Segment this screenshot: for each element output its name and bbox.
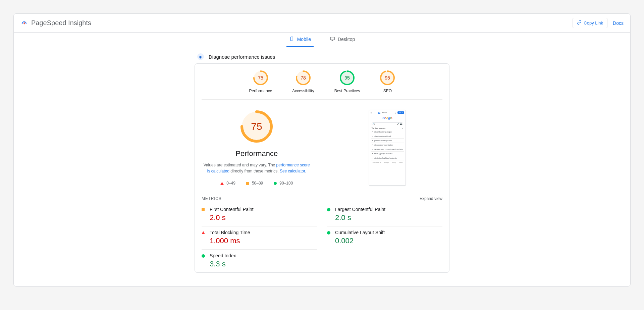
trend-item: ↗brian laundys notebook [371,134,404,139]
trend-item: ↗micropebble water bottles [371,143,404,147]
square-icon [202,208,210,211]
hamburger-icon: ≡ [371,112,372,114]
performance-summary: 75 Performance Values are estimated and … [195,110,319,186]
circle-icon [274,182,277,185]
trending-icon: ↗ [372,148,373,150]
mic-icon: 🎤 [397,123,399,125]
device-tabs: Mobile Desktop [14,33,630,47]
gauge-label: Accessibility [292,89,314,93]
divider [322,136,322,159]
expand-view-toggle[interactable]: Expand view [420,196,442,201]
gauge-performance[interactable]: 75 Performance [249,70,272,93]
gauge-seo[interactable]: 95 SEO [380,70,395,93]
tab-mobile-label: Mobile [297,37,311,42]
top-bar: PageSpeed Insights Copy Link Docs [14,14,630,33]
trending-icon: ↗ [372,153,373,155]
gauge-svg: 75 [253,70,268,85]
google-logo: Google [371,116,404,120]
big-gauge: 75 [240,110,273,143]
tab-desktop[interactable]: Desktop [327,33,358,47]
svg-text:95: 95 [344,75,350,81]
gauge-label: Performance [249,89,272,93]
trending-icon: ↗ [372,157,373,159]
copy-link-label: Copy Link [584,20,603,25]
metrics-header: METRICS Expand view [195,192,449,203]
metric-tbt[interactable]: Total Blocking Time 1,000 ms [202,226,317,249]
svg-text:95: 95 [385,75,390,81]
metric-si[interactable]: Speed Index 3.3 s [202,249,317,272]
content: ◉ Diagnose performance issues 75 Perform… [195,47,449,286]
metrics-grid: First Contentful Paint 2.0 s Largest Con… [195,203,449,272]
gauge-svg: 78 [296,70,311,85]
tab-desktop-label: Desktop [338,37,355,42]
trend-item: ↗blizzard warning oregon [371,130,404,134]
performance-description: Values are estimated and may vary. The p… [202,162,312,174]
svg-text:78: 78 [301,75,306,81]
svg-rect-4 [330,37,334,40]
score-legend: 0–49 50–89 90–100 [220,181,293,186]
legend-poor: 0–49 [220,181,235,186]
desktop-icon [330,36,335,43]
square-icon [246,182,249,185]
legend-average: 50–89 [246,181,263,186]
preview-search-bar: 🔍 🎤📷 [372,122,403,125]
metric-fcp[interactable]: First Contentful Paint 2.0 s [202,203,317,226]
circle-icon [202,254,210,258]
brand[interactable]: PageSpeed Insights [20,19,91,27]
trend-item: ↗mississippi brightwell university [371,156,404,160]
metrics-label: METRICS [202,196,222,201]
trend-item: ↗gas explosion fort worth sandman hotel [371,147,404,152]
circle-icon [327,208,335,211]
circle-icon [327,231,335,235]
brand-title: PageSpeed Insights [31,19,91,27]
gauges-row: 75 Performance 78 Accessibility [202,70,442,100]
screenshot-preview-container: ≡ ALL IMAGES ⋮⋮ Sign in Google [326,110,449,186]
trending-icon: ↗ [372,131,373,133]
gauge-label: SEO [383,89,392,93]
trending-icon: ↗ [372,140,373,142]
page-container: PageSpeed Insights Copy Link Docs Mobile… [13,13,631,287]
report-card: 75 Performance 78 Accessibility [195,63,449,273]
apps-icon: ⋮⋮ [393,112,396,114]
svg-text:75: 75 [258,75,263,81]
performance-split: 75 Performance Values are estimated and … [195,100,449,192]
search-icon: 🔍 [373,123,375,125]
gauge-accessibility[interactable]: 78 Accessibility [292,70,314,93]
trend-item: ↗german farmers protests [371,139,404,143]
metric-lcp[interactable]: Largest Contentful Paint 2.0 s [327,203,442,226]
section-title: Diagnose performance issues [209,54,275,60]
triangle-icon [220,182,224,185]
gauge-svg: 95 [340,70,355,85]
gauge-label: Best Practices [334,89,360,93]
svg-rect-1 [24,22,25,23]
chevron-down-icon: ⌄ [402,127,403,129]
lens-icon: 📷 [400,123,402,125]
pagespeed-logo-icon [20,19,28,27]
origin-icon: ◉ [197,53,204,60]
gauge-best-practices[interactable]: 95 Best Practices [334,70,360,93]
copy-link-button[interactable]: Copy Link [573,18,607,28]
triangle-icon [202,231,210,234]
link-icon [577,20,582,26]
gauge-svg: 95 [380,70,395,85]
metric-cls[interactable]: Cumulative Layout Shift 0.002 [327,226,442,249]
performance-title: Performance [235,149,278,158]
svg-text:75: 75 [251,121,262,132]
see-calculator-link[interactable]: See calculator. [280,169,306,173]
docs-link[interactable]: Docs [613,20,624,26]
trending-icon: ↗ [372,135,373,137]
section-head: ◉ Diagnose performance issues [195,47,449,63]
legend-good: 90–100 [274,181,293,186]
top-actions: Copy Link Docs [573,18,624,28]
screenshot-preview: ≡ ALL IMAGES ⋮⋮ Sign in Google [369,110,406,186]
mobile-icon [289,36,294,43]
trend-item: ↗hpe buy juniper networks [371,152,404,156]
tab-mobile[interactable]: Mobile [286,33,314,47]
trending-icon: ↗ [372,144,373,146]
